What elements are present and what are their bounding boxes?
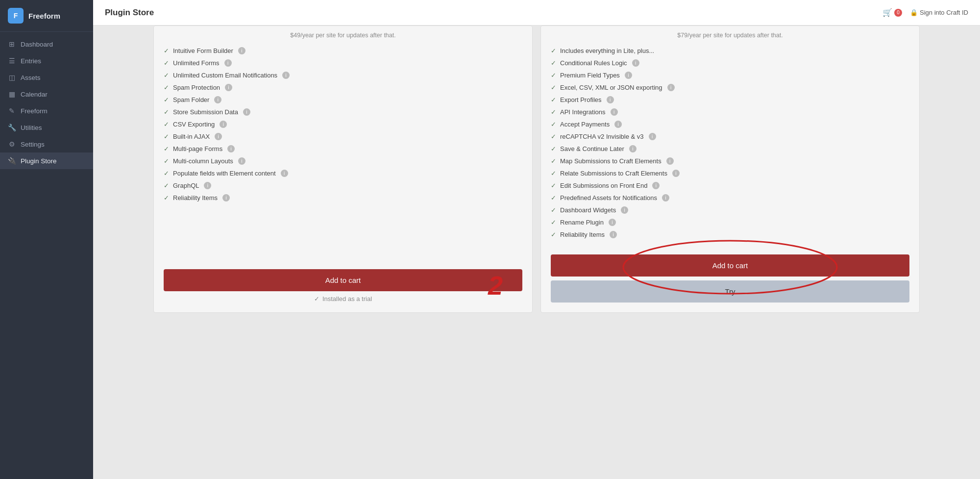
info-icon[interactable]: i [224,59,232,67]
sign-in-label: Sign into Craft ID [920,9,968,16]
check-icon: ✓ [164,194,169,202]
info-icon[interactable]: i [614,121,622,128]
info-icon[interactable]: i [222,194,230,202]
sidebar-item-settings[interactable]: ⚙ Settings [0,136,93,152]
info-icon[interactable]: i [610,231,617,238]
info-icon[interactable]: i [632,59,639,67]
feature-label: GraphQL [173,182,199,189]
check-icon: ✓ [551,157,556,165]
pro-add-to-cart-button[interactable]: Add to cart [551,254,909,277]
cart-button[interactable]: 🛒 0 [882,8,902,17]
info-icon[interactable]: i [214,96,221,103]
list-item: ✓ Premium Field Types i [551,69,909,81]
list-item: ✓ Conditional Rules Logic i [551,57,909,69]
check-icon: ✓ [551,206,556,214]
feature-label: reCAPTCHA v2 Invisible & v3 [560,133,644,140]
sidebar-item-utilities[interactable]: 🔧 Utilities [0,119,93,136]
info-icon[interactable]: i [672,170,680,177]
info-icon[interactable]: i [611,108,618,116]
plan-lite: $49/year per site for updates after that… [153,25,533,313]
list-item: ✓ Spam Folder i [164,94,522,106]
feature-label: Reliability Items [173,194,218,202]
feature-label: Premium Field Types [560,72,620,79]
info-icon[interactable]: i [220,121,227,128]
pro-try-button[interactable]: Try [551,280,909,303]
info-icon[interactable]: i [204,182,211,189]
check-icon: ✓ [551,170,556,177]
lite-features: ✓ Intuitive Form Builder i ✓ Unlimited F… [154,39,532,261]
info-icon[interactable]: i [667,84,675,91]
feature-label: Map Submissions to Craft Elements [560,157,662,165]
calendar-icon: ▦ [8,90,16,98]
lite-price-note: $49/year per site for updates after that… [154,26,532,39]
sidebar-item-plugin-store[interactable]: 🔌 Plugin Store [0,152,93,169]
plans-wrapper: $49/year per site for updates after that… [145,25,929,313]
sign-in-button[interactable]: 🔒 Sign into Craft ID [910,9,968,16]
info-icon[interactable]: i [666,157,674,165]
info-icon[interactable]: i [281,170,288,177]
check-icon: ✓ [314,295,319,303]
sidebar-item-entries[interactable]: ☰ Entries [0,52,93,69]
check-icon: ✓ [551,182,556,189]
check-icon: ✓ [551,133,556,140]
check-icon: ✓ [164,108,169,116]
cart-badge: 0 [894,9,902,17]
info-icon[interactable]: i [607,96,614,103]
check-icon: ✓ [551,194,556,202]
cart-icon: 🛒 [882,8,892,17]
info-icon[interactable]: i [282,72,290,79]
plan-pro: $79/year per site for updates after that… [540,25,920,313]
list-item: ✓ Save & Continue Later i [551,143,909,155]
info-icon[interactable]: i [227,145,235,152]
info-icon[interactable]: i [225,84,232,91]
sidebar-item-calendar[interactable]: ▦ Calendar [0,86,93,102]
info-icon[interactable]: i [629,145,637,152]
lock-icon: 🔒 [910,9,918,16]
utilities-icon: 🔧 [8,124,16,131]
check-icon: ✓ [551,72,556,79]
list-item: ✓ Intuitive Form Builder i [164,45,522,57]
list-item: ✓ Dashboard Widgets i [551,204,909,216]
info-icon[interactable]: i [621,206,628,214]
lite-footer: Add to cart ✓ Installed as a trial [154,261,532,312]
check-icon: ✓ [164,133,169,140]
info-icon[interactable]: i [609,219,616,226]
app-name: Freeform [28,12,60,20]
check-icon: ✓ [164,72,169,79]
plugin-store-icon: 🔌 [8,157,16,165]
feature-label: Built-in AJAX [173,133,210,140]
feature-label: Rename Plugin [560,219,604,226]
feature-label: Populate fields with Element content [173,170,276,177]
list-item: ✓ Rename Plugin i [551,216,909,228]
info-icon[interactable]: i [238,47,245,54]
sidebar-item-dashboard[interactable]: ⊞ Dashboard [0,36,93,52]
feature-label: Multi-column Layouts [173,157,233,165]
feature-label: Includes everything in Lite, plus... [560,47,654,54]
sidebar-item-label: Entries [21,57,41,65]
sidebar-item-freeform[interactable]: ✎ Freeform [0,102,93,119]
list-item: ✓ Unlimited Forms i [164,57,522,69]
list-item: ✓ API Integrations i [551,106,909,118]
check-icon: ✓ [551,108,556,116]
sidebar-logo: F Freeform [0,0,93,32]
lite-add-to-cart-button[interactable]: Add to cart [164,269,522,291]
entries-icon: ☰ [8,57,16,65]
list-item: ✓ Accept Payments i [551,118,909,130]
page-title: Plugin Store [105,8,154,18]
info-icon[interactable]: i [649,133,656,140]
info-icon[interactable]: i [238,157,245,165]
check-icon: ✓ [164,47,169,54]
sidebar-item-assets[interactable]: ◫ Assets [0,69,93,86]
app-logo-icon: F [8,8,24,24]
feature-label: API Integrations [560,108,606,116]
info-icon[interactable]: i [652,182,660,189]
content-area: $49/year per site for updates after that… [93,25,980,479]
header-actions: 🛒 0 🔒 Sign into Craft ID [882,8,968,17]
info-icon[interactable]: i [625,72,632,79]
info-icon[interactable]: i [662,194,669,202]
info-icon[interactable]: i [215,133,222,140]
info-icon[interactable]: i [243,108,250,116]
feature-label: Excel, CSV, XML or JSON exporting [560,84,662,91]
list-item: ✓ Predefined Assets for Notifications i [551,192,909,204]
list-item: ✓ Spam Protection i [164,81,522,94]
